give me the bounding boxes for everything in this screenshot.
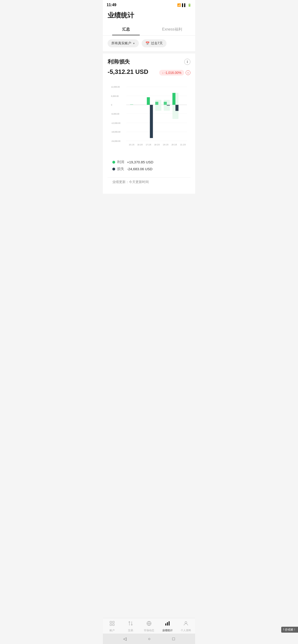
pnl-card: -5,312.21 USD ↓ -1,016.00% i bbox=[103, 68, 195, 194]
battery-icon: 🔋 bbox=[188, 3, 191, 7]
svg-text:20 2月: 20 2月 bbox=[171, 144, 177, 146]
wifi-icon: 📶 bbox=[177, 3, 181, 7]
svg-text:0: 0 bbox=[111, 104, 112, 106]
legend-profit: 利润 +19,370.85 USD bbox=[112, 160, 186, 164]
svg-rect-14 bbox=[130, 104, 133, 105]
svg-text:15 2月: 15 2月 bbox=[129, 144, 135, 146]
calendar-icon: 📅 bbox=[145, 42, 149, 45]
status-time: 11:49 bbox=[107, 3, 116, 7]
pnl-percent-badge: ↓ -1,016.00% bbox=[159, 70, 184, 76]
svg-text:21 2月: 21 2月 bbox=[180, 144, 186, 146]
chevron-down-icon: ▼ bbox=[133, 42, 135, 45]
status-icons: 📶 ▌▌ 🔋 bbox=[177, 3, 191, 7]
svg-rect-15 bbox=[147, 97, 150, 105]
chart-container: 12,000.00 6,000.00 0 -6,000.00 -12,000.0… bbox=[108, 79, 190, 155]
svg-rect-22 bbox=[167, 105, 170, 106]
svg-text:17 2月: 17 2月 bbox=[146, 144, 151, 146]
status-bar: 11:49 📶 ▌▌ 🔋 bbox=[103, 0, 195, 9]
pnl-section: 利润/损失 i -5,312.21 USD ↓ -1,016.00% i bbox=[103, 54, 195, 194]
more-section: 业绩更新：今天更新时间 bbox=[108, 177, 190, 189]
svg-text:-12,000.00: -12,000.00 bbox=[111, 122, 121, 124]
loss-dot bbox=[112, 168, 115, 170]
arrow-down-icon: ↓ bbox=[162, 71, 163, 74]
page-header: 业绩统计 bbox=[103, 9, 195, 24]
pnl-title: 利润/损失 bbox=[108, 58, 130, 65]
svg-rect-25 bbox=[176, 105, 179, 111]
more-text: 业绩更新：今天更新时间 bbox=[112, 180, 149, 184]
profit-dot bbox=[112, 161, 115, 164]
pnl-percent-info-icon[interactable]: i bbox=[186, 70, 190, 75]
account-filter-label: 所有真实账户 bbox=[111, 41, 131, 46]
svg-rect-16 bbox=[150, 105, 153, 138]
signal-icon: ▌▌ bbox=[182, 3, 186, 7]
pnl-header: 利润/损失 i bbox=[103, 54, 195, 68]
svg-rect-19 bbox=[155, 102, 158, 105]
svg-text:19 2月: 19 2月 bbox=[163, 144, 169, 146]
tab-summary[interactable]: 汇总 bbox=[103, 24, 149, 35]
account-filter-button[interactable]: 所有真实账户 ▼ bbox=[108, 39, 139, 47]
loss-value: -24,683.06 USD bbox=[127, 167, 153, 171]
page-title: 业绩统计 bbox=[108, 11, 190, 20]
legend-loss: 损失 -24,683.06 USD bbox=[112, 167, 186, 171]
svg-text:-18,000.00: -18,000.00 bbox=[111, 131, 121, 133]
tab-exness[interactable]: Exness福利 bbox=[149, 24, 195, 35]
svg-rect-24 bbox=[172, 93, 176, 105]
profit-value: +19,370.85 USD bbox=[127, 160, 153, 164]
svg-text:6,000.00: 6,000.00 bbox=[111, 95, 119, 97]
chart-legend: 利润 +19,370.85 USD 损失 -24,683.06 USD bbox=[108, 155, 190, 176]
pnl-percent-value: -1,016.00% bbox=[164, 71, 181, 74]
period-filter-button[interactable]: 📅 过去7天 bbox=[142, 39, 167, 47]
period-filter-label: 过去7天 bbox=[151, 41, 163, 46]
svg-rect-21 bbox=[164, 102, 167, 105]
svg-text:-6,000.00: -6,000.00 bbox=[111, 113, 119, 115]
tab-bar: 汇总 Exness福利 bbox=[103, 24, 195, 36]
svg-rect-18 bbox=[155, 100, 162, 111]
svg-text:16 2月: 16 2月 bbox=[137, 144, 143, 146]
svg-text:-24,000.00: -24,000.00 bbox=[111, 140, 121, 142]
filter-bar: 所有真实账户 ▼ 📅 过去7天 bbox=[103, 36, 195, 51]
profit-label: 利润 bbox=[117, 160, 124, 164]
pnl-info-icon[interactable]: i bbox=[184, 59, 190, 65]
svg-text:12,000.00: 12,000.00 bbox=[111, 86, 120, 88]
loss-label: 损失 bbox=[117, 167, 124, 171]
pnl-chart: 12,000.00 6,000.00 0 -6,000.00 -12,000.0… bbox=[110, 79, 188, 155]
svg-text:18 2月: 18 2月 bbox=[154, 144, 160, 146]
